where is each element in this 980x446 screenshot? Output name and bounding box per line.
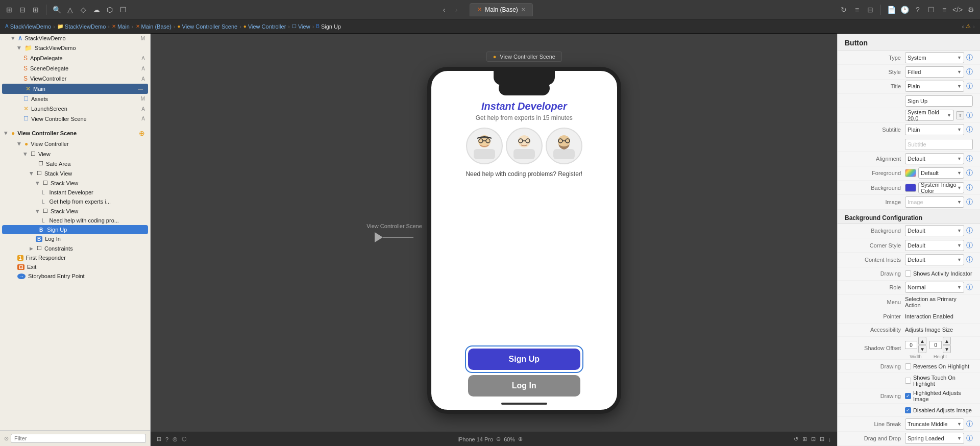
expand-icon[interactable]: ▶ [35,181,40,185]
sidebar-item-stack-view-inner2[interactable]: ▶ ☐ Stack View [0,206,150,216]
info-icon-bg[interactable]: ⓘ [966,183,973,192]
select-content-insets[interactable]: Default ▼ [905,254,964,265]
zoom-out-btn[interactable]: ⊖ [496,436,501,442]
info-icon[interactable]: ⓘ [966,53,973,62]
select-role[interactable]: Normal ▼ [905,282,964,293]
font-picker-btn[interactable]: T [956,111,964,119]
info-icon-corner[interactable]: ⓘ [966,241,973,250]
info-icon-dragdrop[interactable]: ⓘ [966,434,973,443]
toolbar-icon-xcode[interactable]: ⚙ [966,5,976,15]
toolbar-icon-list[interactable]: ≡ [852,5,862,15]
select-background[interactable]: System Indigo Color ▼ [918,182,964,193]
zoom-in-btn[interactable]: ⊕ [518,436,523,442]
expand-icon[interactable]: ▶ [35,209,40,213]
sidebar-item-first-responder[interactable]: 1 First Responder [0,253,150,262]
breadcrumb-vc-scene[interactable]: ● View Controller Scene [178,23,238,30]
expand-icon[interactable]: ▶ [29,171,34,175]
toolbar-icon-warn[interactable]: △ [65,5,75,15]
breadcrumb-signup[interactable]: B Sign Up [316,23,341,30]
breadcrumb-view[interactable]: ☐ View [292,23,310,30]
info-icon-bg-bg[interactable]: ⓘ [966,226,973,235]
nav-back[interactable]: ‹ [439,5,449,15]
select-type[interactable]: System ▼ [905,52,964,63]
sidebar-item-safe-area[interactable]: ☐ Safe Area [0,159,150,168]
sidebar-item-main-file[interactable]: ✕ Main — [2,84,148,94]
canvas-icon-right-5[interactable]: ↓ [828,436,831,442]
tab-main-base[interactable]: ✕ Main (Base) ✕ [470,3,533,16]
canvas-icon-4[interactable]: ⬡ [182,436,187,442]
sidebar-item-scenedelegate[interactable]: S SceneDelegate A [0,63,150,73]
info-icon-insets[interactable]: ⓘ [966,255,973,264]
expand-icon[interactable]: ▶ [4,132,9,135]
toolbar-icon-hex[interactable]: ⬡ [105,5,115,15]
height-increment[interactable]: ▲ [943,337,951,345]
info-icon-style[interactable]: ⓘ [966,67,973,77]
breadcrumb-warning[interactable]: ⚠ [966,23,971,30]
nav-forward[interactable]: › [451,5,461,15]
canvas-content[interactable]: View Controller Scene ● View Controller … [151,34,837,432]
canvas-icon-right-4[interactable]: ⊟ [820,436,824,442]
sidebar-item-launchscreen[interactable]: ✕ LaunchScreen A [0,104,150,114]
select-subtitle[interactable]: Plain ▼ [905,124,964,135]
select-alignment[interactable]: Default ▼ [905,153,964,164]
toolbar-icon-doc[interactable]: 📄 [886,5,896,15]
toolbar-icon-panel[interactable]: ⊟ [865,5,875,15]
sidebar-item-viewcontroller-file[interactable]: S ViewController A [0,73,150,84]
select-foreground[interactable]: Default ▼ [918,167,964,179]
info-icon-title[interactable]: ⓘ [966,82,973,91]
toolbar-icon-refresh[interactable]: ↻ [839,5,849,15]
sidebar-item-storyboard-entry[interactable]: → Storyboard Entry Point [0,271,150,281]
sidebar-item-exit[interactable]: ⊡ Exit [0,262,150,271]
info-icon-role[interactable]: ⓘ [966,283,973,292]
sidebar-item-stackviewdemo-root[interactable]: ▶ A StackViewDemo M [0,34,150,43]
canvas-icon-1[interactable]: ⊞ [157,436,161,442]
info-icon-subtitle[interactable]: ⓘ [966,125,973,134]
info-icon-image[interactable]: ⓘ [966,197,973,207]
expand-icon[interactable]: ▶ [17,142,22,146]
expand-icon[interactable]: ▶ [17,46,22,50]
sidebar-item-need-help-label[interactable]: L Need help with coding pro... [0,216,150,225]
breadcrumb-nav-prev[interactable]: ‹ [962,23,964,30]
signup-btn[interactable]: Sign Up [468,349,580,370]
info-icon-align[interactable]: ⓘ [966,154,973,163]
info-icon-fg[interactable]: ⓘ [966,168,973,178]
toolbar-icon-clock[interactable]: 🕐 [899,5,910,15]
checkbox-touch[interactable] [905,378,911,384]
toolbar-icon-question[interactable]: ? [913,5,923,15]
breadcrumb-vc[interactable]: ● View Controller [243,23,286,30]
breadcrumb-main[interactable]: ✕ Main [112,23,130,30]
select-title[interactable]: Plain ▼ [905,81,964,92]
sidebar-item-vc-scene[interactable]: ▶ ● View Controller Scene ⊕ [0,128,150,139]
select-bg-background[interactable]: Default ▼ [905,225,964,236]
toolbar-icon-lines[interactable]: ≡ [939,5,949,15]
breadcrumb-nav-next[interactable]: › [973,23,975,30]
sidebar-item-appdelegate[interactable]: S AppDelegate A [0,53,150,63]
toolbar-icon-diamond[interactable]: ◇ [78,5,88,15]
toolbar-icon-search[interactable]: 🔍 [52,5,62,15]
toolbar-icon-box[interactable]: ⊞ [31,5,41,15]
breadcrumb-stackviewdemo-2[interactable]: 📁 StackViewDemo [57,23,106,30]
checkbox-activity[interactable] [905,270,911,277]
canvas-icon-right-1[interactable]: ↺ [794,436,798,442]
login-btn[interactable]: Log In [468,375,580,397]
sidebar-item-stackviewdemo-folder[interactable]: ▶ 📁 StackViewDemo [0,43,150,53]
height-value[interactable]: 0 [929,341,942,349]
input-subtitle-text[interactable]: Subtitle [905,139,973,150]
canvas-icon-3[interactable]: ◎ [173,436,178,442]
sidebar-item-get-help-label[interactable]: L Get help from experts i... [0,197,150,206]
canvas-icon-right-3[interactable]: ⊡ [811,436,816,442]
sidebar-item-assets[interactable]: ☐ Assets M [0,94,150,104]
sidebar-item-signup[interactable]: B Sign Up [2,225,148,234]
color-swatch-foreground[interactable] [905,169,916,177]
toolbar-icon-minus[interactable]: ⊟ [17,5,28,15]
checkbox-highlighted[interactable]: ✓ [905,393,911,399]
color-swatch-background[interactable] [905,184,916,192]
height-decrement[interactable]: ▼ [943,345,951,353]
select-image[interactable]: Image ▼ [905,196,964,208]
breadcrumb-main-base[interactable]: ✕ Main (Base) [136,23,172,30]
toolbar-icon-cloud[interactable]: ☁ [91,5,102,15]
input-signup-text[interactable]: Sign Up [905,95,973,107]
toolbar-icon-code[interactable]: </> [952,5,963,15]
expand-icon[interactable]: ▶ [23,152,28,156]
canvas-icon-right-2[interactable]: ⊞ [802,436,807,442]
